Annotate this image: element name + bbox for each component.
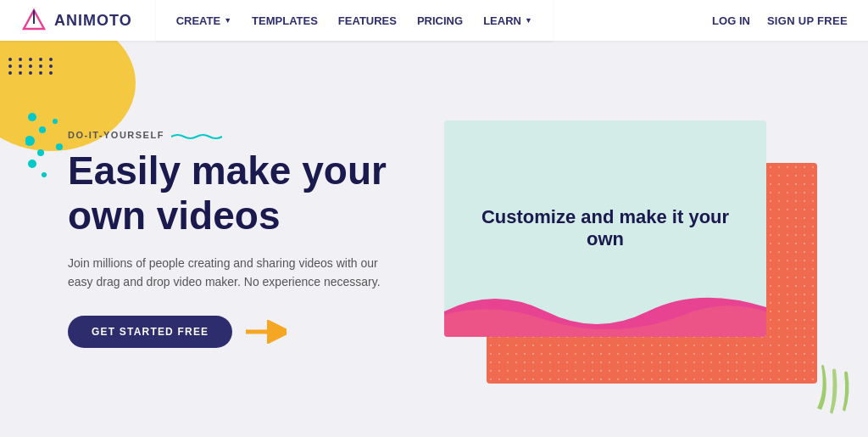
logo-text: ANIMOTO [54,12,132,30]
svg-point-4 [25,136,35,146]
hero-section: DO-IT-YOURSELF Easily make your own vide… [0,41,868,437]
nav-left: ANIMOTO CREATE ▼ TEMPLATES FEATURES PRIC… [20,0,553,41]
logo[interactable]: ANIMOTO [20,7,132,34]
svg-point-7 [42,172,47,177]
deco-dots-grid [8,58,56,75]
nav-create[interactable]: CREATE ▼ [176,14,231,27]
nav-links: CREATE ▼ TEMPLATES FEATURES PRICING LEAR… [156,0,553,41]
svg-point-6 [28,160,36,168]
nav-learn[interactable]: LEARN ▼ [483,14,532,27]
nav-features[interactable]: FEATURES [338,14,397,27]
hero-description: Join millions of people creating and sha… [68,254,390,292]
hero-left: DO-IT-YOURSELF Easily make your own vide… [68,130,390,348]
navbar: ANIMOTO CREATE ▼ TEMPLATES FEATURES PRIC… [0,0,868,41]
cta-row: GET STARTED FREE [68,316,390,348]
hero-title: Easily make your own videos [68,148,390,238]
card-wave-svg [444,269,766,337]
chevron-down-icon: ▼ [525,16,532,25]
chevron-down-icon: ▼ [224,16,231,25]
hero-card: Customize and make it your own [444,120,800,375]
card-main: Customize and make it your own [444,120,766,337]
svg-point-2 [28,113,36,121]
deco-cyan-dots [25,109,68,188]
svg-point-9 [56,143,63,150]
svg-point-5 [37,149,44,156]
nav-pricing[interactable]: PRICING [417,14,463,27]
svg-point-3 [39,126,46,133]
card-text: Customize and make it your own [444,206,766,250]
get-started-button[interactable]: GET STARTED FREE [68,316,232,348]
hero-label: DO-IT-YOURSELF [68,130,390,140]
svg-point-8 [53,119,58,124]
login-button[interactable]: LOG IN [712,14,750,27]
nav-right: LOG IN SIGN UP FREE [712,14,848,27]
arrow-icon [246,318,287,345]
signup-button[interactable]: SIGN UP FREE [767,14,848,27]
wavy-decoration [171,132,222,138]
nav-templates[interactable]: TEMPLATES [252,14,318,27]
